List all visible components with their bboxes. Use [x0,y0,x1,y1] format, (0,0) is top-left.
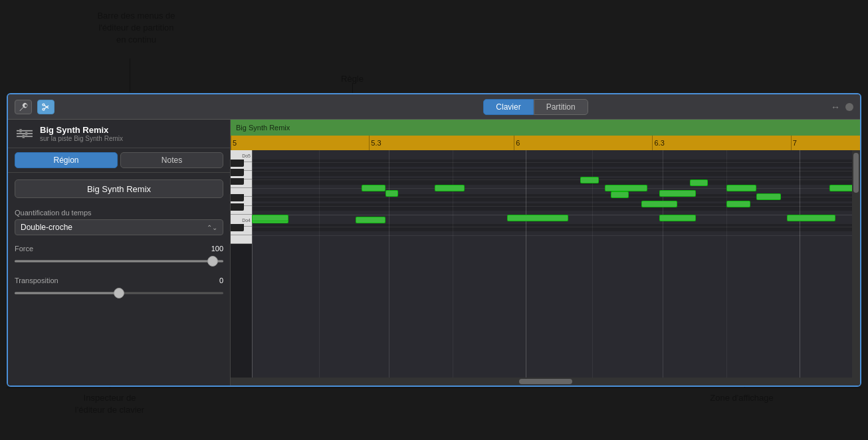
inspector-panel: Big Synth Remix sur la piste Big Synth R… [8,120,231,385]
grid-black-row-bb3 [252,224,860,231]
dot-indicator [845,103,853,111]
track-info: Big Synth Remix sur la piste Big Synth R… [40,125,223,142]
ruler-mark-53: 5.3 [369,136,381,150]
grid-beat-1 [389,150,389,378]
svg-rect-9 [23,135,25,138]
piano-grid-area: Do5 [231,150,860,378]
note-3[interactable] [362,185,386,191]
transposition-slider-fill [15,292,119,294]
inspector-annotation: Inspecteur de l'éditeur de clavier [56,392,163,416]
grid-black-row-ab4 [252,169,860,176]
note-c4-1[interactable] [252,215,288,221]
display-bracket-line [229,387,861,388]
note-grid [252,150,860,378]
tab-region[interactable]: Région [15,152,118,168]
piano-key-bb3[interactable] [231,224,244,231]
inspector-bracket-line [7,387,229,388]
force-slider-thumb[interactable] [207,256,218,267]
tab-notes[interactable]: Notes [120,152,223,168]
ruler-mark-5: 5 [231,136,237,150]
note-high-8[interactable] [756,193,781,200]
transposition-value: 0 [219,276,223,284]
piano-key-a3[interactable] [231,235,252,244]
piano-key-eb4[interactable] [231,194,244,201]
region-bar: Big Synth Remix [231,120,860,136]
piano-key-fs4[interactable] [231,178,244,185]
horizontal-scrollbar[interactable] [231,378,860,385]
grid-beat-0 [252,150,253,378]
scissors-icon [41,102,51,112]
content-area: Big Synth Remix sur la piste Big Synth R… [8,120,860,385]
transposition-slider-thumb[interactable] [114,288,124,298]
force-label: Force [15,245,33,253]
tab-clavier[interactable]: Clavier [483,99,533,115]
track-header: Big Synth Remix sur la piste Big Synth R… [8,120,230,148]
vertical-scrollbar[interactable] [852,150,860,378]
grid-hr-7 [252,227,860,227]
grid-hr-8 [252,235,860,236]
grid-hr-3 [252,179,860,180]
piano-key-cs4[interactable] [231,203,244,211]
main-ui: Clavier Partition ↔ [7,93,861,387]
grid-beat-2 [526,150,526,378]
note-high-1[interactable] [580,177,598,183]
transposition-slider[interactable] [15,287,223,299]
force-slider-fill [15,261,223,263]
wrench-icon [19,102,28,112]
menu-bar-arrow-line [130,58,130,92]
note-c4-2[interactable] [507,215,568,221]
note-2[interactable] [356,217,386,223]
grid-sub-3 [592,150,593,378]
toolbar-right: ↔ [831,102,853,112]
track-icon-svg [17,128,33,140]
note-5[interactable] [435,185,465,191]
note-high-4[interactable] [641,201,678,207]
grid-hr-2 [252,171,860,171]
inspector-content: Big Synth Remix Quantification du temps … [8,173,230,385]
quantification-label: Quantification du temps [15,209,223,217]
horizontal-scroll-thumb[interactable] [519,379,572,384]
grid-hr-6 [252,206,860,207]
svg-rect-4 [17,130,33,132]
menu-bar-annotation: Barre des menus de l'éditeur de partitio… [76,10,196,47]
wrench-button[interactable] [15,100,32,114]
toolbar: Clavier Partition ↔ [8,94,860,120]
transposition-label: Transposition [15,276,58,284]
note-edge[interactable] [829,185,854,191]
ruler: 5 5.3 6 6.3 7 [231,136,860,150]
note-high-2[interactable] [605,185,647,191]
force-slider-track [15,261,223,263]
note-c4-4[interactable] [787,215,835,221]
svg-point-1 [43,108,45,110]
ruler-mark-63: 6.3 [652,136,664,150]
quantification-value: Double-croche [21,223,72,232]
region-name-button[interactable]: Big Synth Remix [15,179,223,198]
expand-icon[interactable]: ↔ [831,102,840,112]
quantification-dropdown[interactable]: Double-croche ⌃⌄ [15,219,223,235]
piano-keys: Do5 [231,150,252,378]
toolbar-left [15,100,241,114]
svg-rect-8 [25,132,27,135]
note-high-6[interactable] [690,179,708,186]
tab-partition[interactable]: Partition [534,99,588,115]
piano-key-bb4[interactable] [231,160,244,167]
grid-hr-4 [252,188,860,189]
vertical-scroll-thumb[interactable] [853,153,859,193]
piano-key-ab4[interactable] [231,169,244,176]
display-zone-annotation: Zone d'affichage [682,392,802,404]
note-c4-3[interactable] [659,215,696,221]
note-high-5[interactable] [659,190,696,197]
piano-roll-area: Big Synth Remix 5 5.3 6 6.3 7 [231,120,860,385]
note-4[interactable] [385,190,397,197]
note-high-7[interactable] [726,185,757,191]
region-notes-tabs: Région Notes [8,148,230,173]
note-high-9[interactable] [726,201,751,207]
track-subtitle: sur la piste Big Synth Remix [40,135,223,142]
force-slider[interactable] [15,255,223,267]
note-high-3[interactable] [611,191,629,198]
svg-point-0 [43,104,45,106]
scissors-button[interactable] [37,100,54,114]
grid-beat-4 [800,150,800,378]
piano-key-c5-label: Do5 [242,154,251,158]
ruler-mark-6: 6 [514,136,520,150]
